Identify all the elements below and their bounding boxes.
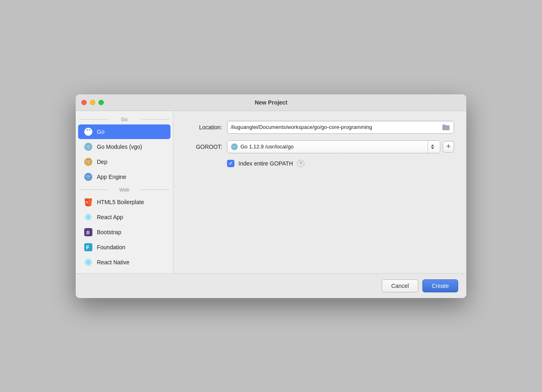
location-label: Location:: [186, 124, 222, 131]
svg-point-4: [89, 131, 90, 131]
index-gopath-label: Index entire GOPATH: [238, 160, 293, 167]
window-title: New Project: [255, 99, 287, 106]
sidebar: Go Go: [76, 111, 173, 273]
goroot-row: GOROOT:: [186, 140, 454, 153]
new-project-dialog: New Project Go: [76, 94, 466, 298]
svg-point-13: [89, 144, 90, 145]
bootstrap-icon: B: [84, 228, 93, 237]
location-input-wrap[interactable]: [227, 121, 454, 134]
dialog-footer: Cancel Create: [76, 273, 466, 298]
svg-point-11: [89, 146, 90, 146]
svg-point-12: [86, 144, 88, 145]
html5-icon: 5: [84, 198, 93, 207]
svg-point-7: [84, 143, 92, 151]
index-gopath-checkbox[interactable]: ✓: [227, 160, 234, 167]
sidebar-item-go[interactable]: Go: [78, 124, 170, 139]
goroot-select-value: Go 1.12.9 /usr/local/go: [240, 144, 294, 150]
svg-point-0: [84, 128, 92, 136]
go-modules-icon: [84, 142, 93, 151]
svg-point-14: [84, 158, 92, 166]
react-app-icon: [84, 213, 93, 222]
svg-point-10: [87, 146, 87, 146]
goroot-label: GOROOT:: [186, 144, 222, 150]
checkmark-icon: ✓: [229, 161, 233, 166]
svg-point-39: [87, 261, 89, 263]
svg-point-25: [89, 176, 90, 176]
sidebar-item-react-app-label: React App: [97, 214, 123, 220]
svg-point-24: [87, 176, 87, 176]
goroot-go-icon: [231, 143, 238, 150]
sidebar-item-react-app[interactable]: React App: [78, 210, 170, 224]
minimize-button[interactable]: [90, 100, 95, 105]
sidebar-item-html5[interactable]: 5 HTML5 Boilerplate: [78, 195, 170, 209]
svg-point-3: [87, 131, 87, 131]
traffic-lights: [81, 100, 104, 105]
location-row: Location:: [186, 121, 454, 134]
sidebar-item-dep[interactable]: Dep: [78, 155, 170, 169]
folder-browse-button[interactable]: [441, 123, 450, 131]
location-input[interactable]: [231, 124, 441, 130]
sidebar-item-bootstrap-label: Bootstrap: [97, 229, 121, 235]
svg-point-27: [89, 174, 90, 175]
sidebar-item-foundation-label: Foundation: [97, 244, 125, 250]
dep-icon: [84, 157, 93, 166]
sidebar-item-go-label: Go: [97, 128, 105, 135]
go-icon: [84, 127, 93, 136]
svg-point-20: [89, 159, 90, 160]
sidebar-item-go-modules[interactable]: Go Modules (vgo): [78, 139, 170, 154]
checkbox-row: ✓ Index entire GOPATH ?: [227, 160, 454, 167]
svg-point-49: [235, 145, 236, 146]
maximize-button[interactable]: [98, 100, 104, 105]
svg-text:5: 5: [86, 200, 88, 204]
sidebar-item-app-engine-label: App Engine: [97, 174, 126, 180]
cancel-button[interactable]: Cancel: [382, 279, 418, 292]
sidebar-item-go-modules-label: Go Modules (vgo): [97, 144, 142, 150]
select-chevron: [428, 141, 437, 153]
web-section-label: Web: [76, 185, 173, 194]
goroot-select-wrap: Go 1.12.9 /usr/local/go +: [227, 140, 454, 153]
close-button[interactable]: [81, 100, 87, 105]
svg-point-46: [233, 146, 234, 146]
svg-point-43: [231, 143, 238, 150]
sidebar-item-foundation[interactable]: F Foundation: [78, 240, 170, 255]
svg-point-48: [233, 145, 234, 146]
svg-point-5: [86, 129, 88, 130]
goroot-select-text: Go 1.12.9 /usr/local/go: [231, 143, 428, 150]
svg-point-21: [84, 173, 92, 181]
add-goroot-button[interactable]: +: [443, 141, 454, 152]
help-icon[interactable]: ?: [297, 160, 304, 167]
sidebar-item-react-native[interactable]: React Native: [78, 255, 170, 270]
react-native-icon: [84, 258, 93, 267]
sidebar-item-bootstrap[interactable]: B Bootstrap: [78, 225, 170, 240]
sidebar-item-dep-label: Dep: [97, 159, 107, 165]
svg-point-19: [86, 159, 88, 160]
create-button[interactable]: Create: [422, 279, 458, 292]
svg-text:F: F: [86, 244, 90, 250]
sidebar-item-app-engine[interactable]: App Engine: [78, 170, 170, 184]
app-engine-icon: [84, 172, 93, 181]
main-content: Location: GOROOT:: [173, 111, 466, 273]
chevron-down-icon: [431, 147, 434, 149]
dialog-body: Go Go: [76, 111, 466, 273]
go-section-label: Go: [76, 114, 173, 124]
foundation-icon: F: [84, 243, 93, 252]
svg-point-18: [89, 161, 90, 161]
title-bar: New Project: [76, 94, 466, 111]
chevron-up-icon: [431, 144, 434, 146]
sidebar-item-html5-label: HTML5 Boilerplate: [97, 199, 144, 205]
svg-point-31: [87, 216, 89, 218]
svg-point-26: [86, 174, 88, 175]
goroot-select[interactable]: Go 1.12.9 /usr/local/go: [227, 140, 440, 153]
svg-point-17: [87, 161, 87, 161]
svg-point-6: [89, 129, 90, 130]
svg-point-47: [235, 146, 236, 146]
svg-text:B: B: [86, 229, 90, 235]
sidebar-item-react-native-label: React Native: [97, 259, 129, 266]
